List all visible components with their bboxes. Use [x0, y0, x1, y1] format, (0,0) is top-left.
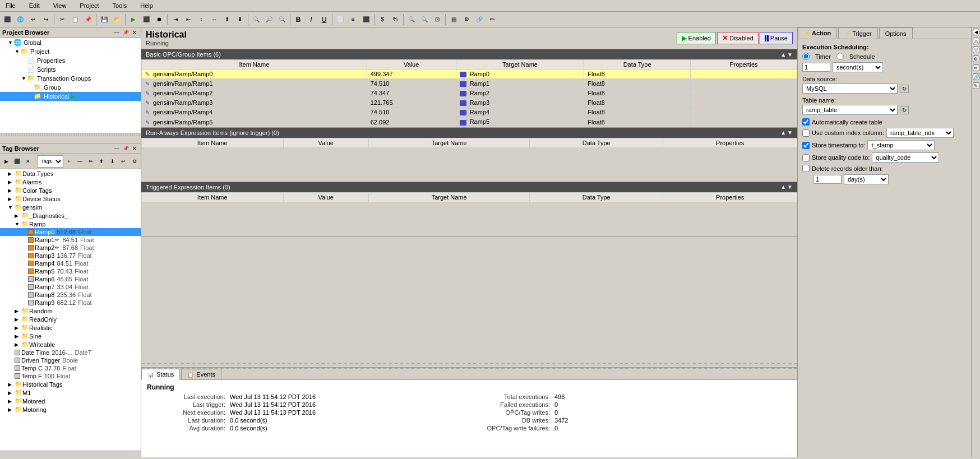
opc-row-ramp4[interactable]: ✎ gensim/Ramp/Ramp4 74.510 Ramp4 Float8	[142, 108, 797, 117]
opc-row-ramp2[interactable]: ✎ gensim/Ramp/Ramp2 74.347 Ramp2 Float8	[142, 89, 797, 98]
data-source-refresh-btn[interactable]: ↻	[900, 85, 909, 93]
toolbar-btn-h[interactable]: 🔎	[263, 13, 275, 26]
run-always-up-btn[interactable]: ▲	[780, 129, 786, 136]
tab-status[interactable]: 📊 Status	[141, 369, 180, 380]
tag-btn-8[interactable]: ⬇	[108, 155, 118, 168]
toolbar-btn-i[interactable]: 🔍	[276, 13, 288, 26]
toolbar-btn-1[interactable]: ⬛	[1, 13, 13, 26]
tree-item-properties[interactable]: 📄 Properties	[0, 56, 141, 65]
tag-row-diagnostics[interactable]: ▶ 📁 _Diagnostics_	[0, 211, 141, 220]
tag-row-data-types[interactable]: ▶ 📁 Data Types	[0, 169, 141, 178]
tree-item-global[interactable]: ▼ 🌐 Global	[0, 38, 141, 47]
tag-btn-7[interactable]: ⬆	[96, 155, 107, 168]
toolbar-btn-f[interactable]: ⬇	[234, 13, 246, 26]
delete-records-unit-select[interactable]: day(s)	[844, 174, 889, 184]
run-always-down-btn[interactable]: ▼	[787, 129, 793, 136]
tree-item-scripts[interactable]: 📄 Scripts	[0, 65, 141, 74]
tag-btn-5[interactable]: —	[75, 155, 85, 168]
triggered-down-btn[interactable]: ▼	[787, 184, 793, 190]
menu-file[interactable]: File	[2, 1, 19, 10]
store-quality-checkbox[interactable]	[802, 154, 810, 161]
tag-row-ramp9[interactable]: Ramp9 682.12 Float	[0, 299, 141, 307]
project-browser-close[interactable]: ✕	[131, 29, 138, 36]
tag-row-color-tags[interactable]: ▶ 📁 Color Tags	[0, 186, 141, 194]
tag-row-driven-trigger[interactable]: Driven Trigger Boole	[0, 356, 141, 364]
store-quality-select[interactable]: quality_code	[872, 152, 939, 163]
toolbar-btn-play[interactable]: ▶	[127, 13, 140, 26]
menu-edit[interactable]: Edit	[26, 1, 43, 10]
tag-row-sine[interactable]: ▶ 📁 Sine	[0, 332, 141, 340]
toolbar-btn-2[interactable]: 🌐	[14, 13, 26, 26]
toolbar-btn-zoomfit[interactable]: ⊡	[431, 13, 443, 26]
tag-row-ramp6[interactable]: Ramp6 45.65 Float	[0, 275, 141, 283]
tag-row-motored[interactable]: ▶ 📁 Motored	[0, 397, 141, 405]
far-right-btn-7[interactable]: ✎	[973, 82, 979, 89]
toolbar-btn-d[interactable]: ↔	[208, 13, 220, 26]
toolbar-btn-zoomout[interactable]: 🔍	[418, 13, 431, 26]
basic-opc-up-btn[interactable]: ▲	[780, 52, 786, 58]
tag-row-datetime[interactable]: Date Time 2016-... DateT	[0, 349, 141, 356]
tag-type-select[interactable]: Tags	[37, 155, 63, 168]
far-right-btn-3[interactable]: ▽	[973, 47, 979, 53]
enabled-button[interactable]: ▶ Enabled	[677, 32, 716, 44]
toolbar-btn-3[interactable]: ↩	[27, 13, 39, 26]
tag-btn-9[interactable]: ↩	[118, 155, 128, 168]
tag-row-realistic[interactable]: ▶ 📁 Realistic	[0, 323, 141, 332]
tag-row-ramp7[interactable]: Ramp7 33.04 Float	[0, 283, 141, 291]
toolbar-btn-align-r[interactable]: ⬛	[360, 13, 372, 26]
menu-view[interactable]: View	[50, 1, 70, 10]
far-right-btn-1[interactable]: ◀	[973, 29, 979, 35]
timer-radio[interactable]	[802, 53, 810, 60]
tag-row-random[interactable]: ▶ 📁 Random	[0, 307, 141, 315]
toolbar-btn-5[interactable]: ✂	[56, 13, 68, 26]
data-source-select[interactable]: MySQL	[802, 84, 898, 94]
toolbar-btn-stop[interactable]: ⬛	[140, 13, 152, 26]
tag-btn-10[interactable]: ⚙	[130, 155, 140, 168]
custom-index-select[interactable]: ramp_table_ndx	[886, 128, 954, 138]
opc-row-ramp5[interactable]: ✎ gensim/Ramp/Ramp5 62.092 Ramp5 Float8	[142, 117, 797, 127]
tag-row-device-status[interactable]: ▶ 📁 Device Status	[0, 194, 141, 203]
far-right-btn-2[interactable]: △	[973, 38, 979, 44]
opc-row-ramp0[interactable]: ✎ gensim/Ramp/Ramp0 499.347 Ramp0 Float8	[142, 69, 797, 79]
pause-button[interactable]: Pause	[760, 32, 793, 44]
tag-row-tempc[interactable]: Temp C 37.78 Float	[0, 364, 141, 372]
toolbar-btn-e[interactable]: ⬆	[221, 13, 233, 26]
toolbar-btn-dollar[interactable]: $	[376, 13, 389, 26]
toolbar-btn-p[interactable]: ✏	[486, 13, 498, 26]
tag-row-ramp5[interactable]: Ramp5 70.43 Float	[0, 267, 141, 275]
tag-row-m1[interactable]: ▶ 📁 M1	[0, 388, 141, 397]
tab-trigger[interactable]: ⚡ Trigger	[838, 27, 877, 39]
tab-action[interactable]: ⚡ Action	[798, 27, 837, 39]
tag-browser-close[interactable]: ✕	[131, 145, 138, 152]
tag-row-ramp1[interactable]: Ramp1 ✏ 84.51 Float	[0, 236, 141, 244]
toolbar-btn-align-l[interactable]: ⬜	[334, 13, 346, 26]
disabled-button[interactable]: ✕ Disabled	[717, 32, 759, 44]
tag-btn-6[interactable]: ✏	[86, 155, 96, 168]
project-scrollbar[interactable]	[0, 137, 141, 143]
delete-records-value-input[interactable]	[813, 175, 842, 184]
tag-browser-pin[interactable]: 📌	[122, 145, 130, 152]
toolbar-btn-6[interactable]: 📋	[69, 13, 81, 26]
tag-btn-3[interactable]: ✕	[23, 155, 33, 168]
tree-item-group[interactable]: 📁 Group	[0, 83, 141, 92]
tag-row-ramp8[interactable]: Ramp8 235.36 Float	[0, 291, 141, 299]
menu-tools[interactable]: Tools	[109, 1, 131, 10]
toolbar-btn-m[interactable]: ▤	[447, 13, 460, 26]
tag-row-readonly[interactable]: ▶ 📁 ReadOnly	[0, 315, 141, 323]
far-right-btn-5[interactable]: ✏	[973, 64, 979, 71]
toolbar-btn-b[interactable]: ⇤	[182, 13, 195, 26]
store-timestamp-checkbox[interactable]	[802, 142, 810, 149]
table-name-refresh-btn[interactable]: ↻	[900, 106, 909, 114]
tag-row-writeable[interactable]: ▶ 📁 Writeable	[0, 340, 141, 349]
project-browser-minimize[interactable]: —	[113, 29, 121, 36]
toolbar-btn-7[interactable]: 📌	[82, 13, 94, 26]
tab-events[interactable]: 📋 Events	[181, 369, 221, 379]
tag-browser-minimize[interactable]: —	[113, 145, 121, 152]
toolbar-btn-n[interactable]: ⚙	[460, 13, 473, 26]
table-name-select[interactable]: ramp_table	[802, 105, 898, 115]
far-right-btn-6[interactable]: 🔗	[973, 73, 979, 80]
opc-row-ramp3[interactable]: ✎ gensim/Ramp/Ramp3 121.765 Ramp3 Float8	[142, 98, 797, 108]
toolbar-btn-open[interactable]: 📂	[111, 13, 123, 26]
toolbar-btn-rec[interactable]: ⏺	[153, 13, 165, 26]
menu-project[interactable]: Project	[76, 1, 102, 10]
